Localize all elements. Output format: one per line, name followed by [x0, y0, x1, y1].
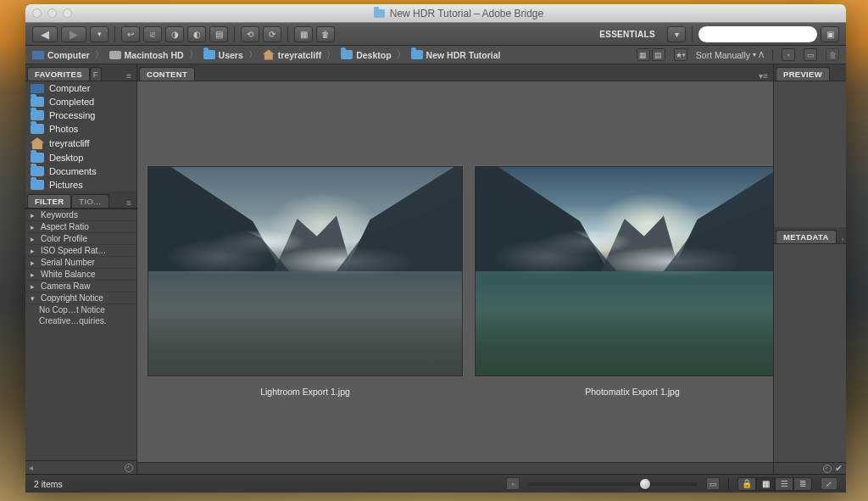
thumbnail-size-slider[interactable]	[528, 482, 698, 486]
view-thumbnails-button[interactable]: ▦	[756, 477, 775, 491]
minimize-window-button[interactable]	[47, 8, 57, 18]
filter-value[interactable]: Creative…quiries.	[25, 315, 136, 326]
breadcrumb-item[interactable]: Desktop〉	[341, 49, 407, 61]
filter-label: Copyright Notice	[41, 293, 103, 303]
collections-tab[interactable]: TIO…	[71, 194, 109, 208]
favorites-item[interactable]: Computer	[25, 81, 136, 95]
refine-button[interactable]: ◑	[165, 26, 184, 42]
open-folder-mini-button[interactable]: ▭	[804, 48, 817, 61]
reveal-recent-button[interactable]: ▾	[90, 26, 108, 42]
favorites-list: ComputerCompletedProcessingPhotostreyrat…	[25, 81, 136, 192]
filter-tab[interactable]: FILTER	[27, 194, 71, 208]
folder-icon	[203, 50, 215, 59]
rotate-cw-button[interactable]: ⟳	[263, 26, 281, 42]
rotate-ccw-button[interactable]: ⟲	[241, 26, 259, 42]
filter-label: Camera Raw	[41, 281, 90, 291]
filter-label: ISO Speed Rat…	[41, 246, 106, 255]
statusbar: 2 items ▫ ▭ 🔒 ▦ ☰ ≣ ⤢	[25, 474, 846, 493]
sort-menu[interactable]: Sort Manually ▾ ᐱ	[696, 50, 764, 60]
toolbar: ◀ ▶ ▾ ↩ ⎚ ◑ ◐ ▤ ⟲ ⟳ ▦ 🗑 ESSENTIALS ▾ ▣	[25, 23, 846, 46]
metadata-cancel-icon[interactable]	[823, 465, 832, 473]
home-icon	[263, 50, 275, 60]
breadcrumb-item[interactable]: Macintosh HD〉	[109, 49, 200, 61]
fullscreen-button[interactable]: ⤢	[821, 477, 837, 490]
disclosure-triangle-icon: ▸	[31, 259, 37, 267]
right-panel: PREVIEW METADATA ◦ ✔	[773, 64, 846, 474]
view-grid-button[interactable]: ▦	[637, 48, 650, 61]
metadata-tab[interactable]: METADATA	[776, 230, 837, 243]
window-title: New HDR Tutorial – Adobe Bridge	[390, 8, 543, 19]
filter-category[interactable]: ▸Keywords	[25, 209, 136, 221]
filter-category[interactable]: ▸Color Profile	[25, 233, 136, 245]
cancel-filter-icon[interactable]	[125, 464, 133, 472]
folder-icon	[31, 97, 44, 107]
boomerang-button[interactable]: ↩	[121, 26, 140, 42]
thumbnail-image	[475, 166, 773, 376]
folders-tab-stub[interactable]: F	[90, 67, 102, 81]
close-window-button[interactable]	[32, 8, 42, 18]
nav-back-button[interactable]: ◀	[32, 26, 58, 42]
folder-icon	[31, 110, 44, 120]
favorites-item-label: Completed	[49, 97, 94, 107]
metadata-panel-menu[interactable]: ◦	[837, 235, 846, 243]
breadcrumb-item[interactable]: Computer〉	[32, 49, 106, 61]
favorites-item[interactable]: Processing	[25, 109, 136, 122]
new-folder-button[interactable]: ▦	[294, 26, 313, 42]
favorites-item[interactable]: treyratcliff	[25, 136, 136, 151]
computer-icon	[32, 51, 44, 59]
search-input[interactable]	[707, 29, 824, 39]
view-grid-2-button[interactable]: ▤	[652, 48, 665, 61]
disclosure-triangle-icon: ▸	[31, 211, 37, 220]
favorites-item[interactable]: Pictures	[25, 178, 136, 192]
workspace-label[interactable]: ESSENTIALS	[591, 30, 664, 39]
content-body[interactable]: Lightroom Export 1.jpgPhotomatix Export …	[137, 81, 773, 462]
favorites-item[interactable]: Documents	[25, 164, 136, 178]
compact-mode-button[interactable]: ▣	[821, 26, 839, 42]
workspace-dropdown[interactable]: ▾	[667, 26, 686, 42]
favorites-item-label: Desktop	[49, 153, 83, 163]
nav-forward-button[interactable]: ▶	[61, 26, 86, 42]
filter-category[interactable]: ▸Serial Number	[25, 257, 136, 269]
favorites-item[interactable]: Photos	[25, 122, 136, 136]
filter-panel: ▸Keywords▸Aspect Ratio▸Color Profile▸ISO…	[25, 209, 136, 460]
filter-category[interactable]: ▾Copyright Notice	[25, 292, 136, 304]
content-panel-menu[interactable]: ▾≡	[754, 71, 773, 81]
breadcrumb-item[interactable]: treyratcliff〉	[263, 49, 337, 61]
title-folder-icon	[374, 9, 385, 18]
view-lock-button[interactable]: 🔒	[737, 477, 756, 491]
thumbnail[interactable]: Lightroom Export 1.jpg	[147, 166, 463, 397]
new-folder-mini-button[interactable]: ▫	[782, 48, 795, 61]
rating-filter-button[interactable]: ★▾	[674, 48, 687, 61]
thumb-small-button[interactable]: ▫	[506, 477, 520, 490]
filter-value[interactable]: No Cop…t Notice	[25, 304, 136, 315]
thumbnail-filename: Lightroom Export 1.jpg	[260, 387, 350, 397]
preview-tab[interactable]: PREVIEW	[776, 67, 830, 81]
thumbnail[interactable]: Photomatix Export 1.jpg	[475, 166, 773, 397]
trash-mini-button[interactable]: 🗑	[826, 48, 839, 61]
view-list-button[interactable]: ≣	[793, 477, 812, 491]
favorites-item[interactable]: Completed	[25, 95, 136, 109]
output-button[interactable]: ▤	[209, 26, 228, 42]
favorites-tab[interactable]: FAVORITES	[27, 67, 90, 81]
filter-label: Serial Number	[41, 258, 95, 267]
filter-category[interactable]: ▸Aspect Ratio	[25, 221, 136, 233]
trash-button[interactable]: 🗑	[316, 26, 335, 42]
filter-panel-menu[interactable]: ≡	[121, 198, 136, 208]
traffic-lights	[32, 8, 72, 18]
view-details-button[interactable]: ☰	[775, 477, 793, 491]
metadata-apply-icon[interactable]: ✔	[835, 463, 843, 474]
content-tab[interactable]: CONTENT	[139, 67, 195, 81]
zoom-window-button[interactable]	[63, 8, 72, 18]
filter-category[interactable]: ▸Camera Raw	[25, 281, 136, 292]
breadcrumb-item[interactable]: Users〉	[203, 49, 259, 61]
camera-import-button[interactable]: ⎚	[143, 26, 162, 42]
breadcrumb-item[interactable]: New HDR Tutorial	[411, 50, 501, 60]
open-camera-raw-button[interactable]: ◐	[187, 26, 206, 42]
filter-category[interactable]: ▸White Balance	[25, 269, 136, 281]
drive-icon	[109, 51, 121, 59]
favorites-item[interactable]: Desktop	[25, 151, 136, 164]
thumb-large-button[interactable]: ▭	[706, 477, 720, 490]
search-box[interactable]	[698, 26, 817, 42]
left-panel-menu[interactable]: ≡	[121, 71, 136, 81]
filter-category[interactable]: ▸ISO Speed Rat…	[25, 245, 136, 257]
